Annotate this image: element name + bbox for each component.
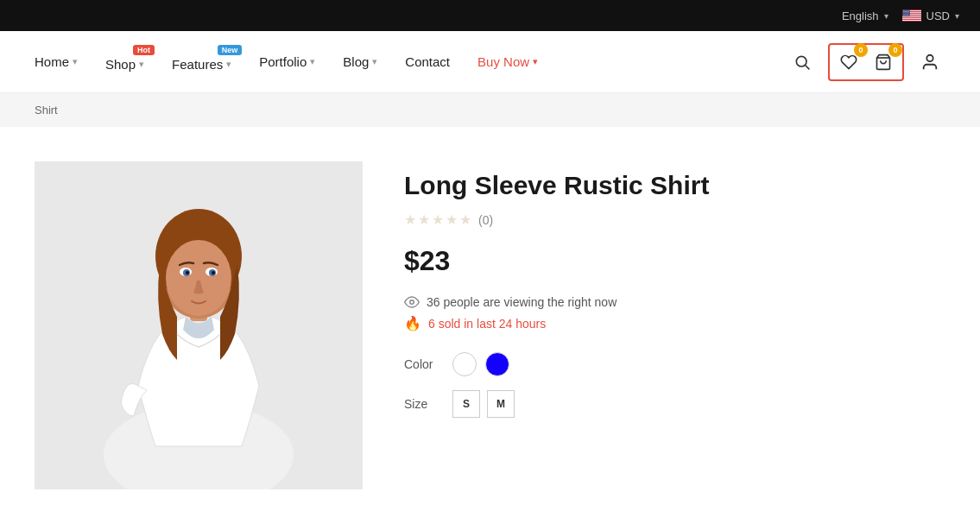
svg-point-14	[903, 11, 904, 12]
nav-blog[interactable]: Blog ▾	[343, 54, 377, 69]
chevron-down-icon: ▾	[533, 56, 538, 67]
color-options	[452, 352, 509, 376]
language-selector[interactable]: English ▾	[842, 9, 888, 22]
svg-point-32	[905, 15, 906, 16]
color-label: Color	[404, 357, 439, 371]
product-area: Long Sleeve Rustic Shirt ★ ★ ★ ★ ★ (0) $…	[0, 127, 980, 507]
color-blue[interactable]	[485, 352, 509, 376]
svg-point-11	[907, 10, 907, 11]
eye-icon	[404, 294, 420, 310]
svg-point-21	[905, 12, 906, 13]
cart-count: 0	[888, 43, 902, 57]
flag-icon	[902, 9, 921, 22]
nav-home-label: Home	[35, 54, 69, 69]
star-2: ★	[418, 211, 430, 228]
nav-shop[interactable]: Hot Shop ▾	[105, 57, 144, 72]
heart-icon	[839, 54, 858, 71]
stars: ★ ★ ★ ★ ★	[404, 211, 471, 228]
svg-point-31	[904, 15, 905, 16]
nav-shop-label: Shop	[105, 57, 136, 72]
color-white[interactable]	[452, 352, 477, 376]
svg-point-9	[904, 10, 905, 11]
breadcrumb-text: Shirt	[35, 104, 58, 117]
svg-point-13	[908, 10, 909, 11]
svg-point-22	[907, 12, 907, 13]
currency-chevron: ▾	[955, 11, 959, 21]
svg-point-10	[905, 10, 906, 11]
svg-point-51	[212, 271, 215, 274]
social-proof: 36 people are viewing the right now 🔥 6 …	[404, 294, 945, 331]
nav-contact[interactable]: Contact	[405, 54, 450, 69]
svg-point-29	[908, 14, 909, 15]
nav-portfolio-label: Portfolio	[259, 54, 307, 69]
cart-button[interactable]: 0	[868, 47, 899, 78]
search-button[interactable]	[787, 47, 818, 78]
svg-point-28	[907, 14, 907, 15]
nav-icons: 0 0	[787, 43, 945, 81]
svg-point-36	[796, 56, 806, 66]
breadcrumb: Shirt	[0, 93, 980, 127]
chevron-down-icon: ▾	[310, 56, 315, 67]
svg-point-18	[908, 11, 909, 12]
product-title: Long Sleeve Rustic Shirt	[404, 170, 945, 201]
svg-point-35	[908, 15, 909, 16]
language-label: English	[842, 9, 879, 22]
star-1: ★	[404, 211, 416, 228]
nav-buy-now[interactable]: Buy Now ▾	[477, 54, 538, 69]
cart-icon	[874, 54, 893, 71]
svg-point-16	[906, 11, 907, 12]
svg-rect-4	[902, 16, 921, 17]
nav-links: Home ▾ Hot Shop ▾ New Features ▾ Portfol…	[35, 52, 538, 72]
svg-point-33	[907, 15, 907, 16]
svg-point-45	[166, 240, 231, 316]
size-options: S M	[452, 390, 515, 418]
star-3: ★	[432, 211, 444, 228]
features-new-badge: New	[218, 45, 243, 55]
viewing-text: 36 people are viewing the right now	[427, 295, 616, 309]
svg-rect-5	[902, 18, 921, 19]
star-4: ★	[446, 211, 458, 228]
user-icon	[920, 53, 939, 72]
product-details: Long Sleeve Rustic Shirt ★ ★ ★ ★ ★ (0) $…	[404, 161, 945, 432]
svg-rect-6	[902, 20, 921, 21]
fire-icon: 🔥	[404, 315, 421, 331]
svg-point-17	[907, 11, 907, 12]
language-chevron: ▾	[884, 11, 888, 21]
product-image-container	[35, 161, 363, 489]
size-option-row: Size S M	[404, 390, 945, 418]
svg-point-52	[410, 300, 414, 305]
nav-home[interactable]: Home ▾	[35, 54, 78, 69]
svg-point-25	[903, 14, 904, 15]
chevron-down-icon: ▾	[372, 56, 377, 67]
top-bar: English ▾	[0, 0, 980, 31]
icon-group-box: 0 0	[828, 43, 904, 81]
nav-blog-label: Blog	[343, 54, 369, 69]
product-price: $23	[404, 245, 945, 277]
wishlist-button[interactable]: 0	[833, 47, 864, 78]
svg-point-19	[902, 12, 903, 13]
svg-point-20	[904, 12, 905, 13]
account-button[interactable]	[914, 47, 945, 78]
currency-selector[interactable]: USD ▾	[902, 9, 959, 22]
svg-point-8	[902, 10, 903, 11]
star-5: ★	[459, 211, 471, 228]
size-m[interactable]: M	[487, 390, 515, 418]
color-option-row: Color	[404, 352, 945, 376]
svg-point-12	[907, 10, 908, 11]
svg-point-15	[905, 11, 906, 12]
sold-row: 🔥 6 sold in last 24 hours	[404, 315, 945, 331]
svg-line-37	[806, 65, 810, 69]
size-label: Size	[404, 397, 439, 411]
size-s[interactable]: S	[452, 390, 480, 418]
wishlist-count: 0	[854, 43, 868, 57]
rating-row: ★ ★ ★ ★ ★ (0)	[404, 211, 945, 228]
nav-features-label: Features	[172, 57, 223, 72]
review-count: (0)	[478, 213, 493, 227]
viewing-row: 36 people are viewing the right now	[404, 294, 945, 310]
svg-point-23	[907, 12, 908, 13]
svg-point-30	[902, 15, 903, 16]
svg-point-34	[907, 15, 908, 16]
nav-portfolio[interactable]: Portfolio ▾	[259, 54, 315, 69]
search-icon	[793, 54, 811, 71]
nav-features[interactable]: New Features ▾	[172, 57, 231, 72]
